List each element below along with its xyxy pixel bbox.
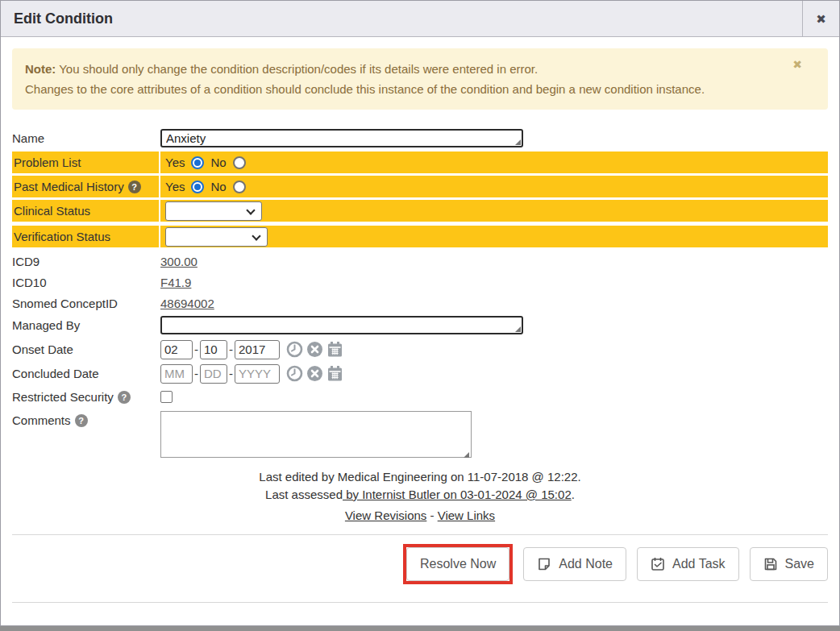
icd10-label: ICD10 <box>12 276 159 289</box>
concluded-year-input[interactable] <box>235 364 280 384</box>
problem-list-no-radio[interactable] <box>233 156 246 169</box>
concluded-month-input[interactable] <box>160 364 193 384</box>
modal-header: Edit Condition ✖ <box>1 1 839 37</box>
calendar-icon[interactable] <box>326 365 343 382</box>
icd9-row: ICD9 300.00 <box>12 251 828 272</box>
past-medical-history-row: Past Medical History ? Yes No <box>12 176 828 197</box>
comments-row: Comments ? <box>12 411 828 460</box>
name-row: Name <box>12 127 828 149</box>
note-line-1: Note: You should only change the conditi… <box>25 59 796 79</box>
icd9-label: ICD9 <box>12 255 159 268</box>
note-banner: Note: You should only change the conditi… <box>12 48 828 110</box>
concluded-date-label: Concluded Date <box>12 367 159 380</box>
pmh-no-radio[interactable] <box>233 181 246 193</box>
pmh-yes-radio[interactable] <box>191 181 204 193</box>
resize-handle[interactable] <box>464 452 469 458</box>
close-button[interactable]: ✖ <box>802 1 839 37</box>
last-edited-text: Last edited by Medical Engineering on 11… <box>12 468 828 486</box>
save-button[interactable]: Save <box>750 547 828 581</box>
onset-year-input[interactable] <box>235 340 280 359</box>
clinical-status-label: Clinical Status <box>12 200 159 222</box>
save-icon <box>763 557 778 571</box>
note-icon <box>537 557 551 571</box>
problem-list-row: Problem List Yes No <box>12 152 828 173</box>
name-label: Name <box>12 131 159 145</box>
add-note-button[interactable]: Add Note <box>523 547 626 581</box>
managed-by-input[interactable] <box>160 316 523 334</box>
clock-icon[interactable] <box>286 365 303 382</box>
restricted-security-row: Restricted Security ? <box>12 387 828 407</box>
annotation-highlight-box: Resolve Now <box>403 544 513 584</box>
clear-date-icon[interactable] <box>306 365 323 382</box>
onset-date-row: Onset Date - - <box>12 338 828 360</box>
snomed-code-link[interactable]: 48694002 <box>160 297 214 310</box>
footer-toolbar: Resolve Now Add Note Add Task Save <box>1 535 839 594</box>
add-task-button[interactable]: Add Task <box>637 547 739 581</box>
comments-label: Comments <box>12 413 71 427</box>
note-line-2: Changes to the core attributes of a cond… <box>25 79 796 99</box>
concluded-date-row: Concluded Date - - <box>12 363 828 384</box>
revision-links: View Revisions - View Links <box>12 507 828 525</box>
concluded-day-input[interactable] <box>200 364 227 384</box>
problem-list-yes-label: Yes <box>165 156 185 169</box>
onset-month-input[interactable] <box>160 340 193 359</box>
snomed-label: Snomed ConceptID <box>12 297 159 310</box>
help-icon[interactable]: ? <box>75 414 88 427</box>
resize-handle[interactable] <box>515 326 521 332</box>
managed-by-label: Managed By <box>12 318 159 332</box>
note-label: Note: <box>25 62 56 76</box>
onset-date-label: Onset Date <box>12 342 159 356</box>
bottom-divider <box>12 602 828 603</box>
chevron-down-icon <box>252 231 260 240</box>
audit-info: Last edited by Medical Engineering on 11… <box>12 468 828 525</box>
view-links-link[interactable]: View Links <box>438 509 495 522</box>
chevron-down-icon <box>246 205 255 214</box>
calendar-icon[interactable] <box>326 341 343 358</box>
restricted-security-checkbox[interactable] <box>160 391 173 403</box>
managed-by-row: Managed By <box>12 314 828 336</box>
view-revisions-link[interactable]: View Revisions <box>345 509 426 522</box>
clock-icon[interactable] <box>286 341 303 358</box>
pmh-yes-label: Yes <box>165 180 185 193</box>
last-assessed-link[interactable]: by Internist Butler on 03-01-2024 @ 15:0… <box>343 488 572 501</box>
clinical-status-row: Clinical Status <box>12 200 828 222</box>
icd10-code-link[interactable]: F41.9 <box>160 276 191 289</box>
last-assessed-text: Last assessed by Internist Butler on 03-… <box>12 486 828 504</box>
problem-list-yes-radio[interactable] <box>191 156 204 169</box>
past-medical-history-label: Past Medical History <box>14 180 124 193</box>
note-dismiss-icon[interactable]: ✖ <box>792 59 802 70</box>
resize-handle[interactable] <box>515 139 521 145</box>
modal-shadow <box>0 626 840 631</box>
onset-day-input[interactable] <box>200 340 227 359</box>
help-icon[interactable]: ? <box>128 181 141 193</box>
clinical-status-select[interactable] <box>165 201 262 221</box>
icd10-row: ICD10 F41.9 <box>12 272 828 293</box>
verification-status-select[interactable] <box>165 227 268 247</box>
clear-date-icon[interactable] <box>306 341 323 358</box>
close-icon: ✖ <box>816 12 826 27</box>
verification-status-row: Verification Status <box>12 226 828 247</box>
resolve-now-button[interactable]: Resolve Now <box>406 547 509 581</box>
page-title: Edit Condition <box>1 10 113 27</box>
problem-list-no-label: No <box>210 156 226 169</box>
pmh-no-label: No <box>210 180 226 193</box>
verification-status-label: Verification Status <box>12 226 159 247</box>
edit-condition-form: Name Problem List Yes No Past <box>1 121 839 525</box>
snomed-row: Snomed ConceptID 48694002 <box>12 293 828 313</box>
help-icon[interactable]: ? <box>118 391 131 404</box>
calendar-check-icon <box>651 557 665 571</box>
comments-textarea[interactable] <box>160 411 472 458</box>
restricted-security-label: Restricted Security <box>12 390 114 404</box>
name-input[interactable] <box>160 129 523 147</box>
edit-condition-modal: Edit Condition ✖ Note: You should only c… <box>0 0 840 626</box>
problem-list-label: Problem List <box>12 152 159 173</box>
icd9-code-link[interactable]: 300.00 <box>160 255 198 268</box>
